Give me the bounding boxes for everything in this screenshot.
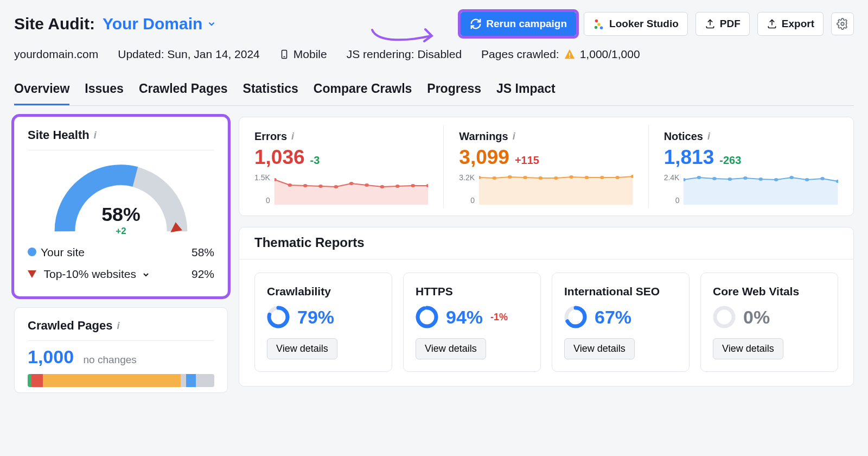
svg-point-17: [334, 185, 338, 188]
svg-point-21: [395, 185, 400, 188]
settings-button[interactable]: [831, 12, 854, 35]
info-icon[interactable]: i: [707, 131, 710, 142]
pdf-button[interactable]: PDF: [695, 12, 750, 36]
progress-ring-icon: [713, 306, 736, 328]
export-button[interactable]: Export: [757, 12, 824, 36]
svg-point-27: [508, 175, 512, 179]
stat-warnings[interactable]: Warningsi 3,099+115 3.2K0: [444, 125, 648, 208]
svg-point-54: [715, 308, 733, 326]
svg-point-2: [600, 27, 603, 30]
report-card: International SEO67%View details: [552, 273, 690, 372]
svg-point-31: [569, 175, 573, 179]
svg-marker-11: [28, 270, 36, 278]
svg-point-51: [418, 308, 436, 326]
bar-segment: [28, 374, 31, 387]
site-health-card: Site Health i 58% +2 Your site 58%: [14, 117, 228, 296]
gauge-chart: 58% +2: [40, 155, 202, 242]
svg-point-34: [615, 176, 620, 179]
stats-card: Errorsi 1,036-3 1.5K0 Warningsi 3,099+11…: [239, 117, 854, 216]
thematic-reports-card: Thematic Reports Crawlability79%View det…: [239, 227, 854, 387]
notices-sparkline: [684, 173, 838, 205]
report-percent: 94%: [446, 307, 483, 328]
svg-rect-8: [569, 57, 570, 58]
tab-compare-crawls[interactable]: Compare Crawls: [314, 77, 412, 105]
report-title: International SEO: [564, 285, 677, 298]
progress-ring-icon: [416, 306, 438, 328]
site-health-title: Site Health: [28, 128, 90, 142]
svg-point-33: [600, 176, 604, 179]
report-percent: 79%: [297, 307, 334, 328]
svg-point-16: [318, 185, 323, 188]
chevron-down-icon: [142, 270, 150, 279]
tabs: Overview Issues Crawled Pages Statistics…: [14, 77, 854, 106]
stat-notices[interactable]: Noticesi 1,813-263 2.4K0: [649, 125, 853, 208]
svg-point-41: [743, 176, 748, 180]
report-title: Crawlability: [267, 285, 380, 298]
tab-progress[interactable]: Progress: [427, 77, 481, 105]
crawled-pages-title: Crawled Pages: [28, 319, 113, 333]
progress-ring-icon: [267, 306, 290, 328]
header: Site Audit: Your Domain Rerun campaign L…: [0, 0, 868, 106]
svg-point-39: [712, 177, 717, 180]
svg-point-3: [595, 26, 598, 29]
svg-point-30: [554, 176, 558, 180]
svg-point-26: [493, 176, 497, 180]
svg-text:58%: 58%: [101, 204, 141, 225]
view-details-button[interactable]: View details: [416, 338, 486, 359]
svg-rect-7: [569, 53, 570, 56]
svg-point-38: [697, 176, 701, 179]
info-icon[interactable]: i: [291, 131, 294, 142]
looker-studio-button[interactable]: Looker Studio: [584, 12, 688, 36]
report-card: Crawlability79%View details: [254, 273, 392, 372]
report-percent: 0%: [743, 307, 770, 328]
svg-point-43: [774, 178, 778, 181]
tab-statistics[interactable]: Statistics: [243, 77, 298, 105]
progress-ring-icon: [564, 306, 587, 328]
svg-point-29: [539, 176, 543, 180]
looker-studio-icon: [593, 18, 605, 30]
thematic-reports-title: Thematic Reports: [239, 235, 853, 259]
report-title: Core Web Vitals: [713, 285, 826, 298]
chevron-down-icon: [207, 19, 216, 29]
crawled-pages-bar: [28, 374, 214, 387]
svg-point-22: [411, 184, 415, 187]
report-title: HTTPS: [416, 285, 528, 298]
info-icon[interactable]: i: [117, 320, 120, 332]
svg-marker-36: [684, 178, 838, 205]
stat-errors[interactable]: Errorsi 1,036-3 1.5K0: [239, 125, 444, 208]
tab-crawled-pages[interactable]: Crawled Pages: [139, 77, 228, 105]
bar-segment: [196, 374, 214, 387]
legend-top10[interactable]: Top-10% websites 92%: [28, 263, 214, 285]
upload-icon: [767, 18, 777, 29]
tab-js-impact[interactable]: JS Impact: [496, 77, 556, 105]
svg-point-40: [728, 178, 732, 181]
report-delta: -1%: [490, 312, 508, 323]
tab-overview[interactable]: Overview: [14, 77, 69, 105]
svg-point-0: [595, 20, 598, 23]
crawled-pages-nochange: no changes: [84, 354, 137, 365]
info-icon[interactable]: i: [513, 131, 515, 142]
meta-pages-crawled: Pages crawled: 1,000/1,000: [481, 48, 640, 61]
report-percent: 67%: [595, 307, 631, 328]
svg-point-46: [821, 177, 825, 180]
crawled-pages-value: 1,000: [28, 346, 74, 367]
domain-dropdown[interactable]: Your Domain: [103, 15, 216, 33]
tab-issues[interactable]: Issues: [85, 77, 124, 105]
info-icon[interactable]: i: [94, 130, 97, 141]
bar-segment: [181, 374, 186, 387]
view-details-button[interactable]: View details: [564, 338, 635, 359]
crawled-pages-card: Crawled Pages i 1,000 no changes: [14, 307, 228, 393]
annotation-arrow-icon: [367, 22, 437, 49]
svg-point-15: [303, 184, 308, 187]
svg-point-28: [523, 176, 527, 179]
svg-text:+2: +2: [116, 226, 126, 236]
report-card: Core Web Vitals0%View details: [700, 273, 838, 372]
rerun-campaign-button[interactable]: Rerun campaign: [461, 12, 576, 36]
svg-point-4: [841, 22, 844, 26]
bar-segment: [186, 374, 195, 387]
warning-triangle-icon: [564, 48, 576, 60]
gear-icon: [837, 18, 848, 30]
errors-sparkline: [275, 173, 429, 205]
view-details-button[interactable]: View details: [267, 338, 337, 359]
view-details-button[interactable]: View details: [713, 338, 783, 359]
